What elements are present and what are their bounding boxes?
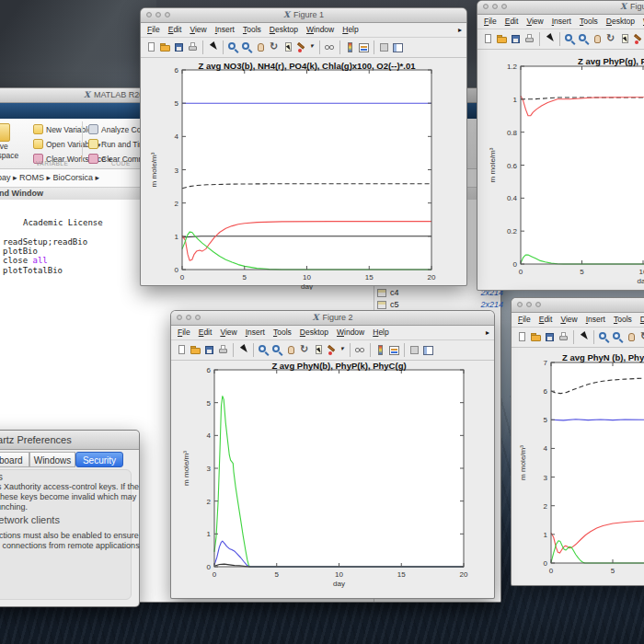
arrow-cursor-icon[interactable] bbox=[578, 331, 590, 343]
tab-security[interactable]: Security bbox=[75, 452, 123, 467]
zoom-out-icon[interactable] bbox=[578, 33, 590, 45]
menu-edit[interactable]: Edit bbox=[168, 23, 182, 37]
figure1-plot-canvas[interactable]: 051015200123456daym mole/m³ bbox=[141, 58, 468, 290]
tab-pasteboard[interactable]: Pasteboard bbox=[0, 452, 29, 467]
open-file-icon[interactable] bbox=[530, 331, 542, 343]
zoom-in-icon[interactable] bbox=[564, 33, 576, 45]
arrow-cursor-icon[interactable] bbox=[207, 41, 219, 53]
menu-help[interactable]: Help bbox=[373, 326, 388, 339]
pan-hand-icon[interactable] bbox=[592, 33, 604, 45]
save-icon[interactable] bbox=[544, 331, 556, 343]
data-cursor-icon[interactable] bbox=[313, 344, 325, 356]
save-workspace-button[interactable]: Save Workspace bbox=[0, 142, 27, 160]
legend-icon[interactable] bbox=[358, 41, 370, 53]
open-file-icon[interactable] bbox=[190, 344, 201, 356]
menu-file[interactable]: File bbox=[178, 326, 190, 339]
arrow-cursor-icon[interactable] bbox=[544, 33, 556, 45]
link-plot-icon[interactable] bbox=[324, 41, 336, 53]
figure2-titlebar[interactable]: XFigure 2 bbox=[171, 311, 494, 326]
zoom-in-icon[interactable] bbox=[227, 41, 239, 53]
figure4-plot-canvas[interactable]: 0510152001234567daym mole/m³ bbox=[512, 348, 644, 590]
colorbar-icon[interactable] bbox=[374, 344, 386, 356]
menu-edit[interactable]: Edit bbox=[505, 15, 519, 29]
legend-icon[interactable] bbox=[388, 344, 400, 356]
menu-desktop[interactable]: Desktop bbox=[300, 326, 328, 339]
menu-view[interactable]: View bbox=[220, 326, 236, 339]
menu-insert[interactable]: Insert bbox=[552, 15, 571, 29]
colorbar-icon[interactable] bbox=[344, 41, 356, 53]
menu-file[interactable]: File bbox=[484, 15, 497, 29]
menu-tools[interactable]: Tools bbox=[243, 23, 261, 37]
menu-desktop[interactable]: Desktop bbox=[270, 23, 298, 37]
figure2-plot-canvas[interactable]: 051015200123456daym mole/m³ bbox=[171, 361, 496, 603]
print-icon[interactable] bbox=[523, 33, 535, 45]
chevron-down-icon[interactable] bbox=[340, 344, 346, 356]
rotate-3d-icon[interactable] bbox=[269, 41, 281, 53]
menu-window[interactable]: Window bbox=[306, 23, 334, 37]
menu-help[interactable]: Help bbox=[342, 23, 358, 37]
save-icon[interactable] bbox=[510, 33, 522, 45]
hide-plot-tools-icon[interactable] bbox=[378, 41, 390, 53]
show-plot-tools-icon[interactable] bbox=[422, 344, 434, 356]
zoom-out-icon[interactable] bbox=[241, 41, 253, 53]
menu-edit[interactable]: Edit bbox=[539, 313, 553, 327]
menu-view[interactable]: View bbox=[560, 313, 577, 327]
data-cursor-icon[interactable] bbox=[282, 41, 294, 53]
zoom-out-icon[interactable] bbox=[271, 344, 283, 356]
tab-windows[interactable]: Windows bbox=[29, 452, 75, 467]
menu-view[interactable]: View bbox=[190, 23, 206, 37]
new-figure-icon[interactable] bbox=[516, 331, 528, 343]
chevron-down-icon[interactable] bbox=[310, 41, 316, 53]
menu-desktop[interactable]: Desktop bbox=[640, 313, 644, 327]
pan-hand-icon[interactable] bbox=[285, 344, 297, 356]
open-file-icon[interactable] bbox=[496, 33, 508, 45]
figure3-titlebar[interactable]: XFigure 3 bbox=[477, 1, 644, 15]
xquartz-titlebar[interactable]: XQuartz Preferences bbox=[0, 431, 139, 450]
menu-overflow-icon[interactable]: ▸ bbox=[486, 326, 489, 339]
rotate-3d-icon[interactable] bbox=[299, 344, 311, 356]
rotate-3d-icon[interactable] bbox=[639, 331, 644, 343]
pan-hand-icon[interactable] bbox=[255, 41, 267, 53]
arrow-cursor-icon[interactable] bbox=[237, 344, 249, 356]
data-cursor-icon[interactable] bbox=[619, 33, 631, 45]
zoom-in-icon[interactable] bbox=[598, 331, 610, 343]
menu-insert[interactable]: Insert bbox=[246, 326, 265, 339]
zoom-out-icon[interactable] bbox=[612, 331, 624, 343]
show-plot-tools-icon[interactable] bbox=[392, 41, 404, 53]
menu-desktop[interactable]: Desktop bbox=[606, 15, 635, 29]
menu-window[interactable]: Window bbox=[337, 326, 364, 339]
new-figure-icon[interactable] bbox=[145, 41, 157, 53]
save-icon[interactable] bbox=[173, 41, 185, 53]
hide-plot-tools-icon[interactable] bbox=[408, 344, 420, 356]
brush-icon[interactable] bbox=[633, 33, 644, 45]
brush-icon[interactable] bbox=[327, 344, 339, 356]
menu-insert[interactable]: Insert bbox=[215, 23, 235, 37]
window-title: XFigure 3 bbox=[477, 2, 644, 11]
menu-tools[interactable]: Tools bbox=[580, 15, 598, 29]
figure4-titlebar[interactable]: XFigure 4 bbox=[512, 298, 644, 313]
save-workspace-icon[interactable] bbox=[0, 123, 10, 142]
menu-edit[interactable]: Edit bbox=[199, 326, 213, 339]
figure1-titlebar[interactable]: XFigure 1 bbox=[141, 8, 466, 23]
menu-view[interactable]: View bbox=[526, 15, 543, 29]
pan-hand-icon[interactable] bbox=[626, 331, 638, 343]
menu-file[interactable]: File bbox=[147, 23, 160, 37]
figure3-plot-canvas[interactable]: 0510152000.20.40.60.811.2daym mole/m³ bbox=[477, 50, 644, 294]
menu-insert[interactable]: Insert bbox=[586, 313, 605, 327]
link-plot-icon[interactable] bbox=[354, 344, 366, 356]
rotate-3d-icon[interactable] bbox=[605, 33, 617, 45]
brush-icon[interactable] bbox=[296, 41, 308, 53]
new-figure-icon[interactable] bbox=[482, 33, 494, 45]
zoom-in-icon[interactable] bbox=[258, 344, 270, 356]
print-icon[interactable] bbox=[187, 41, 199, 53]
open-file-icon[interactable] bbox=[159, 41, 171, 53]
print-icon[interactable] bbox=[217, 344, 229, 356]
menu-file[interactable]: File bbox=[518, 313, 531, 327]
menu-overflow-icon[interactable]: ▸ bbox=[458, 23, 462, 37]
menu-tools[interactable]: Tools bbox=[614, 313, 632, 327]
print-icon[interactable] bbox=[558, 331, 569, 343]
menu-tools[interactable]: Tools bbox=[273, 326, 292, 339]
save-icon[interactable] bbox=[203, 344, 215, 356]
new-variable-button[interactable]: New Variable bbox=[33, 124, 92, 134]
new-figure-icon[interactable] bbox=[176, 344, 188, 356]
